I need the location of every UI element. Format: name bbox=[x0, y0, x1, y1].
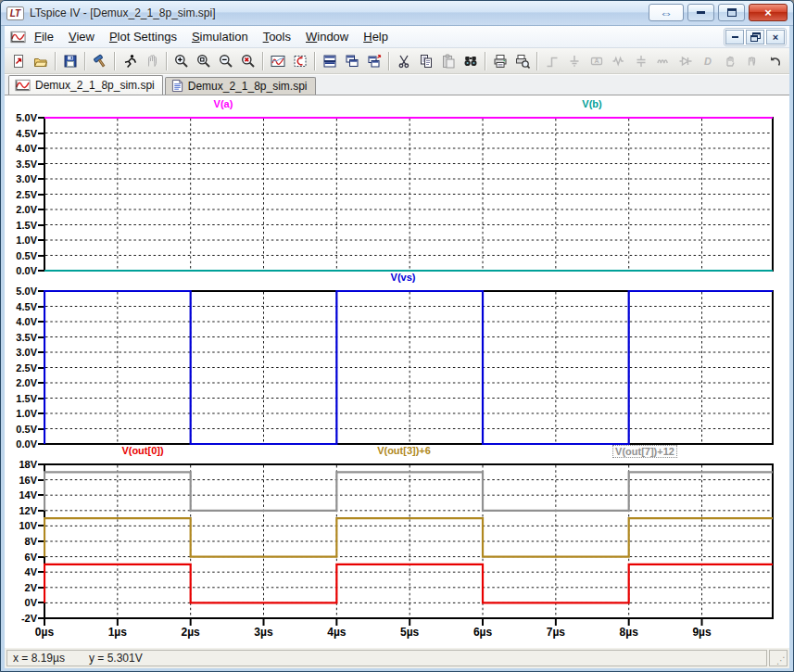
new-schematic-icon[interactable] bbox=[7, 50, 30, 72]
menu-simulation[interactable]: Simulation bbox=[184, 28, 256, 45]
save-icon[interactable] bbox=[59, 50, 82, 72]
mdi-restore-button[interactable] bbox=[746, 30, 764, 44]
trace-label[interactable]: V(out[3])+6 bbox=[375, 445, 433, 456]
y-axis-tick-label: 3.0V bbox=[5, 171, 44, 186]
zoom-full-extents-icon[interactable] bbox=[237, 50, 259, 72]
y-axis-tick-label: 2.5V bbox=[5, 361, 44, 375]
y-axis-tick-label: 12V bbox=[5, 503, 44, 518]
y-axis-tick-label: 4.5V bbox=[5, 299, 44, 314]
netlist-icon bbox=[171, 79, 183, 93]
autorange-plot-icon[interactable] bbox=[267, 50, 289, 72]
y-axis-tick-label: 16V bbox=[5, 473, 44, 488]
menu-tools[interactable]: Tools bbox=[256, 28, 298, 45]
paste-icon[interactable] bbox=[437, 50, 460, 72]
y-axis-tick-label: -2V bbox=[5, 611, 44, 626]
open-file-icon[interactable] bbox=[30, 50, 52, 72]
place-component-icon[interactable]: D bbox=[697, 50, 719, 72]
place-diode-icon[interactable] bbox=[674, 50, 697, 72]
waveform-pane-top[interactable] bbox=[44, 117, 774, 272]
print-icon[interactable] bbox=[489, 50, 511, 72]
waveform-plot-area[interactable]: V(a)V(b)5.0V4.5V4.0V3.5V3.0V2.5V2.0V1.5V… bbox=[5, 95, 789, 648]
place-inductor-icon[interactable] bbox=[652, 50, 674, 72]
zoom-area-icon[interactable] bbox=[193, 50, 215, 72]
menu-view[interactable]: View bbox=[61, 28, 102, 45]
redo-icon[interactable] bbox=[786, 50, 789, 72]
place-ground-icon[interactable] bbox=[563, 50, 586, 72]
waveform-pane-bottom[interactable] bbox=[44, 463, 774, 628]
y-axis-tick-label: 5.0V bbox=[5, 110, 44, 125]
trace-label[interactable]: V(vs) bbox=[389, 272, 418, 283]
zoom-in-icon[interactable] bbox=[170, 50, 193, 72]
close-button[interactable]: × bbox=[749, 4, 788, 21]
cascade-windows-icon[interactable] bbox=[341, 50, 363, 72]
y-axis-tick-label: 4.0V bbox=[5, 141, 44, 156]
swap-arrows-button[interactable]: ⇔ bbox=[649, 4, 684, 21]
window-controls: ⇔ × bbox=[649, 4, 788, 21]
mdi-window-controls: × bbox=[724, 28, 787, 46]
find-icon[interactable] bbox=[460, 50, 482, 72]
y-axis-tick-label: 6V bbox=[5, 550, 44, 564]
document-tab-bar: Demux_2_1_8p_sim.spi Demux_2_1_8p_sim.sp… bbox=[5, 74, 789, 95]
trace-label[interactable]: V(a) bbox=[212, 98, 235, 109]
autorange-y-axis-icon[interactable] bbox=[289, 50, 311, 72]
tab-waveform-viewer[interactable]: Demux_2_1_8p_sim.spi bbox=[8, 75, 163, 95]
tile-windows-icon[interactable] bbox=[319, 50, 341, 72]
cut-icon[interactable] bbox=[393, 50, 415, 72]
y-axis-tick-label: 4.0V bbox=[5, 314, 44, 329]
arrange-windows-icon[interactable] bbox=[363, 50, 385, 72]
lt-logo-icon: LT bbox=[6, 6, 24, 20]
window-frame-bottom bbox=[1, 668, 793, 671]
maximize-button[interactable] bbox=[718, 4, 745, 21]
drag-icon[interactable] bbox=[741, 50, 763, 72]
x-axis-tick-label: 7µs bbox=[537, 626, 574, 639]
waveform-pane-middle[interactable] bbox=[44, 290, 774, 445]
trace-label[interactable]: V(out[0]) bbox=[120, 445, 165, 456]
x-axis-tick-label: 5µs bbox=[391, 626, 428, 639]
toolbar-separator bbox=[536, 52, 538, 70]
menu-plot-settings[interactable]: Plot Settings bbox=[102, 28, 184, 45]
cursor-readout: x = 8.19µs y = 5.301V bbox=[6, 650, 767, 666]
menu-help[interactable]: Help bbox=[356, 28, 396, 45]
halt-simulation-icon[interactable] bbox=[141, 50, 163, 72]
trace-label[interactable]: V(out[7])+12 bbox=[612, 445, 677, 458]
control-panel-icon[interactable] bbox=[89, 50, 111, 72]
y-axis-tick-label: 3.0V bbox=[5, 345, 44, 360]
svg-text:A: A bbox=[594, 57, 599, 64]
mdi-minimize-button[interactable] bbox=[725, 30, 744, 44]
toolbar-separator bbox=[314, 52, 316, 70]
draw-wire-icon[interactable] bbox=[541, 50, 563, 72]
place-resistor-icon[interactable] bbox=[608, 50, 630, 72]
trace-label[interactable]: V(b) bbox=[580, 98, 603, 109]
tab-netlist-editor[interactable]: Demux_2_1_8p_sim.spi bbox=[165, 77, 316, 95]
y-axis-tick-label: 18V bbox=[5, 457, 44, 472]
place-label-icon[interactable]: A bbox=[586, 50, 608, 72]
cursor-x-readout: x = 8.19µs bbox=[13, 652, 65, 665]
x-axis-tick-label: 1µs bbox=[99, 626, 136, 639]
mdi-close-button[interactable]: × bbox=[766, 30, 785, 44]
y-axis-tick-label: 4V bbox=[5, 564, 44, 579]
copy-icon[interactable] bbox=[415, 50, 437, 72]
run-simulation-icon[interactable] bbox=[119, 50, 141, 72]
toolbar-separator bbox=[166, 52, 168, 70]
status-bar: x = 8.19µs y = 5.301V ⋰ bbox=[5, 648, 789, 668]
toolbar-separator bbox=[485, 52, 486, 70]
place-capacitor-icon[interactable] bbox=[630, 50, 652, 72]
y-axis-tick-label: 14V bbox=[5, 488, 44, 502]
minimize-button[interactable] bbox=[687, 4, 714, 21]
resize-grip[interactable]: ⋰ bbox=[769, 650, 788, 666]
x-axis-tick-label: 8µs bbox=[611, 626, 648, 639]
maximize-icon bbox=[727, 8, 737, 17]
y-axis-tick-label: 1.0V bbox=[5, 406, 44, 421]
zoom-out-icon[interactable] bbox=[215, 50, 237, 72]
print-preview-icon[interactable] bbox=[511, 50, 534, 72]
title-bar[interactable]: LT LTspice IV - [Demux_2_1_8p_sim.spi] ⇔… bbox=[1, 1, 793, 26]
x-axis-tick-label: 2µs bbox=[172, 626, 209, 639]
menu-window[interactable]: Window bbox=[298, 28, 356, 45]
y-axis-tick-label: 4.5V bbox=[5, 126, 44, 141]
toolbar-separator bbox=[84, 52, 86, 70]
move-icon[interactable] bbox=[719, 50, 741, 72]
menu-file[interactable]: File bbox=[27, 28, 61, 45]
y-axis-tick-label: 2.5V bbox=[5, 187, 44, 202]
undo-icon[interactable] bbox=[763, 50, 786, 72]
y-axis-tick-label: 2.0V bbox=[5, 202, 44, 217]
